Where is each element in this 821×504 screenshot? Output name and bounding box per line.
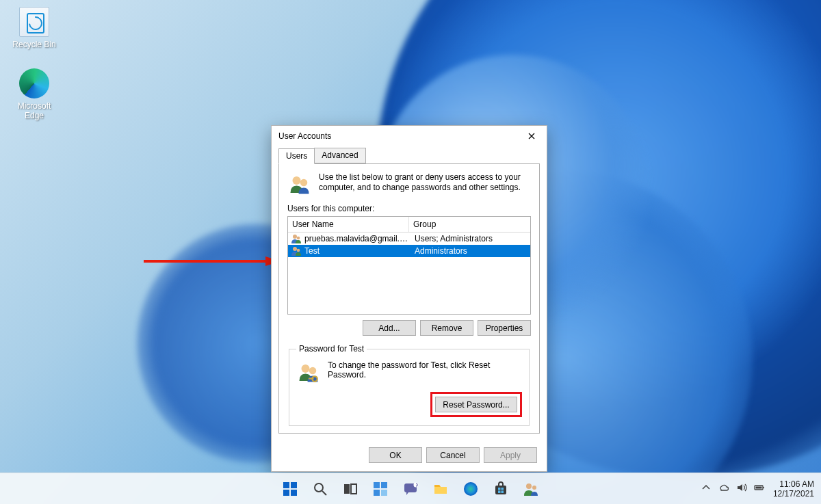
tab-users[interactable]: Users <box>278 148 315 164</box>
volume-icon[interactable] <box>736 482 747 495</box>
properties-button[interactable]: Properties <box>478 320 531 336</box>
svg-rect-19 <box>351 484 356 494</box>
onedrive-icon[interactable] <box>718 482 729 495</box>
windows-logo-icon <box>282 481 298 497</box>
search-icon <box>312 481 328 497</box>
taskbar-center-items <box>276 475 545 503</box>
cell-group: Administrators <box>410 246 530 256</box>
svg-rect-31 <box>501 490 504 493</box>
password-groupbox: Password for Test T <box>289 344 530 426</box>
svg-rect-12 <box>283 482 289 488</box>
svg-rect-22 <box>374 490 380 496</box>
cell-group: Users; Administrators <box>410 234 530 243</box>
password-text: To change the password for Test, click R… <box>328 360 522 380</box>
users-list-label: Users for this computer: <box>287 204 531 213</box>
svg-line-17 <box>322 491 326 495</box>
svg-rect-15 <box>291 490 297 496</box>
svg-rect-13 <box>291 482 297 488</box>
ok-button[interactable]: OK <box>369 447 422 463</box>
desktop-icon-edge[interactable]: Microsoft Edge <box>10 68 59 120</box>
users-listview[interactable]: User Name Group pruebas.malavida@gmail.c… <box>287 216 531 315</box>
close-button[interactable] <box>517 126 547 146</box>
list-item[interactable]: Test Administrators <box>288 245 530 257</box>
svg-point-5 <box>297 237 300 240</box>
chevron-up-icon[interactable] <box>701 482 712 495</box>
user-accounts-taskbar-button[interactable] <box>517 475 545 503</box>
system-tray[interactable]: 11:06 AM 12/17/2021 <box>701 479 814 499</box>
start-button[interactable] <box>276 475 304 503</box>
svg-rect-36 <box>755 487 761 489</box>
search-button[interactable] <box>307 475 334 503</box>
cell-user-name: pruebas.malavida@gmail.com <box>304 234 410 243</box>
users-icon <box>523 481 539 497</box>
svg-rect-11 <box>309 378 314 380</box>
titlebar[interactable]: User Accounts <box>272 126 547 146</box>
reset-password-button[interactable]: Reset Password... <box>435 397 517 412</box>
users-key-icon <box>296 360 321 385</box>
taskbar[interactable]: 11:06 AM 12/17/2021 <box>0 473 821 504</box>
taskbar-clock[interactable]: 11:06 AM 12/17/2021 <box>773 479 814 499</box>
svg-rect-35 <box>763 487 764 488</box>
desktop-icon-label: Microsoft Edge <box>10 101 59 120</box>
svg-point-16 <box>315 483 323 492</box>
svg-point-33 <box>532 486 536 490</box>
listview-header[interactable]: User Name Group <box>288 217 530 233</box>
svg-point-7 <box>297 249 300 252</box>
user-icon <box>291 246 302 256</box>
svg-point-26 <box>464 482 478 496</box>
store-icon <box>493 481 509 497</box>
intro-text: Use the list below to grant or deny user… <box>319 172 531 197</box>
list-item[interactable]: pruebas.malavida@gmail.com Users; Admini… <box>288 233 530 245</box>
user-icon <box>291 233 302 244</box>
svg-point-4 <box>293 235 297 239</box>
remove-button[interactable]: Remove <box>420 320 473 336</box>
close-icon <box>528 133 535 140</box>
users-icon <box>287 172 312 197</box>
svg-point-8 <box>302 364 310 373</box>
desktop-icon-recycle-bin[interactable]: Recycle Bin <box>10 7 59 49</box>
svg-rect-21 <box>381 482 387 488</box>
svg-point-6 <box>293 247 297 251</box>
cell-user-name: Test <box>304 246 410 256</box>
folder-icon <box>432 481 449 497</box>
column-group[interactable]: Group <box>409 217 530 232</box>
clock-time: 11:06 AM <box>773 479 814 489</box>
svg-rect-14 <box>283 490 289 496</box>
tab-panel-users: Use the list below to grant or deny user… <box>278 163 540 434</box>
file-explorer-button[interactable] <box>427 475 454 503</box>
svg-rect-30 <box>498 490 501 493</box>
svg-rect-18 <box>344 484 350 494</box>
store-button[interactable] <box>487 475 514 503</box>
dialog-title: User Accounts <box>278 131 331 141</box>
password-legend: Password for Test <box>296 344 367 354</box>
widgets-button[interactable] <box>367 475 394 503</box>
recycle-bin-icon <box>19 7 49 37</box>
desktop-icon-label: Recycle Bin <box>10 40 59 49</box>
svg-rect-27 <box>495 486 506 494</box>
svg-point-32 <box>526 483 532 489</box>
annotation-highlight: Reset Password... <box>430 392 522 417</box>
clock-date: 12/17/2021 <box>773 489 814 499</box>
svg-point-2 <box>293 176 301 185</box>
apply-button[interactable]: Apply <box>484 447 537 463</box>
svg-rect-23 <box>381 490 387 496</box>
svg-point-9 <box>309 367 317 375</box>
tab-advanced[interactable]: Advanced <box>314 148 365 163</box>
svg-rect-29 <box>501 488 504 490</box>
edge-button[interactable] <box>457 475 484 503</box>
battery-icon[interactable] <box>754 482 765 495</box>
chat-icon <box>402 481 419 497</box>
column-user-name[interactable]: User Name <box>288 217 409 232</box>
user-accounts-dialog: User Accounts Users Advanced <box>271 125 547 472</box>
svg-rect-28 <box>498 488 501 490</box>
annotation-arrow <box>144 256 281 267</box>
svg-rect-20 <box>374 482 380 488</box>
edge-icon <box>462 481 479 497</box>
task-view-button[interactable] <box>337 475 364 503</box>
task-view-icon <box>342 481 359 497</box>
edge-icon <box>19 68 49 98</box>
add-button[interactable]: Add... <box>363 320 416 336</box>
chat-button[interactable] <box>397 475 424 503</box>
cancel-button[interactable]: Cancel <box>426 447 480 463</box>
svg-point-3 <box>300 179 308 187</box>
